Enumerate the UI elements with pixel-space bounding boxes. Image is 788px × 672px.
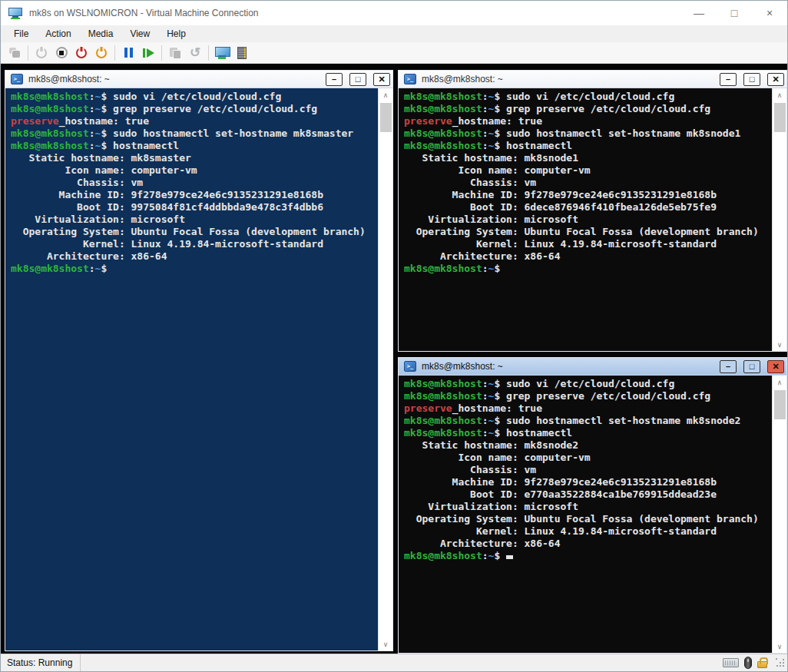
main-titlebar[interactable]: mk8s on WSLNOMICRON - Virtual Machine Co…: [1, 1, 787, 25]
terminal-minimize-button[interactable]: –: [720, 73, 737, 86]
show-hide-console-button[interactable]: [232, 44, 252, 62]
mouse-icon: [744, 657, 752, 669]
turn-off-button[interactable]: [51, 44, 71, 62]
scroll-down-button[interactable]: ∨: [379, 637, 392, 650]
terminal-minimize-button[interactable]: –: [326, 73, 343, 86]
scroll-up-button[interactable]: ∧: [773, 376, 786, 389]
keyboard-icon: [723, 658, 739, 667]
menu-media[interactable]: Media: [80, 26, 122, 41]
revert-icon: ↺: [190, 46, 200, 59]
terminal-titlebar[interactable]: >_ mk8s@mk8shost: ~ – □ ✕: [399, 71, 786, 88]
terminal-content[interactable]: mk8s@mk8shost:~$ sudo vi /etc/cloud/clou…: [399, 376, 772, 653]
menu-action[interactable]: Action: [37, 26, 79, 41]
ctrl-alt-delete-button[interactable]: [5, 44, 25, 62]
terminal-window-node1: >_ mk8s@mk8shost: ~ – □ ✕ mk8s@mk8shost:…: [398, 70, 787, 352]
terminal-icon: >_: [404, 74, 416, 84]
scroll-up-button[interactable]: ∧: [773, 88, 786, 101]
close-icon: ✕: [378, 75, 385, 84]
terminal-body: mk8s@mk8shost:~$ sudo vi /etc/cloud/clou…: [399, 376, 786, 653]
maximize-icon: □: [750, 362, 755, 371]
pause-icon: [124, 48, 127, 58]
terminal-window-master: >_ mk8s@mk8shost: ~ – □ ✕ mk8s@mk8shost:…: [5, 70, 393, 651]
server-icon: [237, 47, 247, 59]
terminal-titlebar[interactable]: >_ mk8s@mk8shost: ~ – □ ✕: [5, 71, 392, 88]
stop-icon: [56, 47, 68, 58]
terminal-close-button[interactable]: ✕: [767, 360, 784, 373]
scroll-down-button[interactable]: ∨: [773, 338, 786, 351]
revert-button[interactable]: ↺: [185, 44, 205, 62]
terminal-maximize-button[interactable]: □: [349, 73, 366, 86]
chevron-down-icon: ∨: [383, 641, 389, 648]
chevron-up-icon: ∧: [777, 379, 783, 386]
scrollbar-track[interactable]: [773, 419, 786, 640]
terminal-text: mk8s@mk8shost:~$ sudo vi /etc/cloud/clou…: [399, 88, 772, 275]
terminal-maximize-button[interactable]: □: [743, 360, 760, 373]
menu-bar: File Action Media View Help: [1, 25, 787, 42]
terminal-scrollbar[interactable]: ∧ ∨: [772, 88, 786, 351]
ctrl-alt-delete-icon: [8, 48, 21, 58]
terminal-cursor: [506, 555, 513, 559]
checkpoint-button[interactable]: [165, 44, 185, 62]
pause-button[interactable]: [118, 44, 138, 62]
scroll-down-button[interactable]: ∨: [773, 640, 786, 653]
shut-down-button[interactable]: [71, 44, 91, 62]
toolbar: ↺: [1, 42, 787, 64]
scrollbar-track[interactable]: [773, 132, 786, 338]
toolbar-separator: [114, 45, 115, 61]
scrollbar-thumb[interactable]: [774, 103, 786, 132]
minimize-icon: –: [332, 75, 336, 84]
vm-display-area[interactable]: >_ mk8s@mk8shost: ~ – □ ✕ mk8s@mk8shost:…: [1, 64, 787, 654]
menu-file[interactable]: File: [5, 26, 37, 41]
terminal-title: mk8s@mk8shost: ~: [422, 74, 713, 84]
terminal-window-node2: >_ mk8s@mk8shost: ~ – □ ✕ mk8s@mk8shost:…: [398, 357, 787, 654]
close-icon: ✕: [772, 362, 779, 371]
scrollbar-track[interactable]: [379, 132, 392, 637]
terminal-content[interactable]: mk8s@mk8shost:~$ sudo vi /etc/cloud/clou…: [399, 88, 772, 351]
terminal-minimize-button[interactable]: –: [720, 360, 737, 373]
terminal-close-button[interactable]: ✕: [373, 73, 390, 86]
close-button[interactable]: ×: [752, 1, 787, 25]
terminal-icon: >_: [11, 74, 23, 84]
terminal-text: mk8s@mk8shost:~$ sudo vi /etc/cloud/clou…: [399, 376, 772, 562]
minimize-icon: —: [694, 7, 704, 19]
scroll-up-button[interactable]: ∧: [379, 88, 392, 101]
terminal-title: mk8s@mk8shost: ~: [28, 74, 319, 84]
window-title: mk8s on WSLNOMICRON - Virtual Machine Co…: [29, 8, 259, 18]
minimize-icon: –: [726, 75, 730, 84]
enhanced-session-button[interactable]: [212, 44, 232, 62]
play-icon: [143, 48, 154, 58]
toolbar-separator: [161, 45, 162, 61]
power-icon: [36, 48, 47, 58]
scrollbar-thumb[interactable]: [774, 390, 786, 419]
toolbar-separator: [208, 45, 209, 61]
monitor-icon: [215, 47, 229, 59]
status-separator: [80, 654, 81, 671]
menu-help[interactable]: Help: [158, 26, 194, 41]
chevron-up-icon: ∧: [383, 91, 389, 99]
terminal-scrollbar[interactable]: ∧ ∨: [772, 376, 786, 653]
close-icon: ✕: [772, 75, 779, 84]
start-button[interactable]: [31, 44, 51, 62]
terminal-text: mk8s@mk8shost:~$ sudo vi /etc/cloud/clou…: [5, 88, 378, 275]
terminal-content[interactable]: mk8s@mk8shost:~$ sudo vi /etc/cloud/clou…: [5, 88, 378, 650]
maximize-button[interactable]: □: [717, 1, 752, 25]
terminal-titlebar[interactable]: >_ mk8s@mk8shost: ~ – □ ✕: [399, 358, 786, 376]
window-controls: — □ ×: [681, 1, 787, 25]
terminal-scrollbar[interactable]: ∧ ∨: [378, 88, 392, 650]
save-button[interactable]: [91, 44, 111, 62]
maximize-icon: □: [356, 75, 361, 84]
resize-grip[interactable]: [776, 658, 786, 668]
terminal-title: mk8s@mk8shost: ~: [422, 361, 713, 372]
lock-icon: [757, 661, 767, 668]
status-bar: Status: Running: [1, 654, 787, 671]
vmconnect-window: mk8s on WSLNOMICRON - Virtual Machine Co…: [0, 0, 788, 672]
terminal-body: mk8s@mk8shost:~$ sudo vi /etc/cloud/clou…: [399, 88, 786, 351]
terminal-close-button[interactable]: ✕: [767, 73, 784, 86]
scrollbar-thumb[interactable]: [380, 103, 392, 132]
menu-view[interactable]: View: [121, 26, 158, 41]
terminal-maximize-button[interactable]: □: [743, 73, 760, 86]
minimize-icon: –: [726, 362, 730, 371]
reset-button[interactable]: [138, 44, 158, 62]
minimize-button[interactable]: —: [681, 1, 717, 25]
status-text: Status: Running: [7, 657, 72, 668]
